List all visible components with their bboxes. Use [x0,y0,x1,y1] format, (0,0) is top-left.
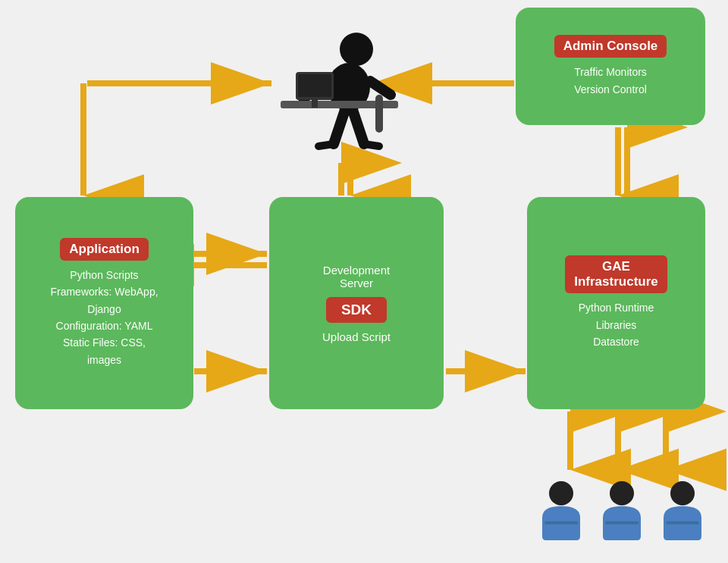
admin-console-details: Traffic MonitorsVersion Control [574,64,647,98]
svg-point-36 [610,481,634,505]
svg-line-26 [353,110,364,144]
gae-details: Python Runtime Libraries Datastore [579,299,654,350]
svg-line-28 [364,144,379,146]
sdk-label: SDK [326,297,387,323]
upload-script-text: Upload Script [322,330,391,343]
svg-rect-39 [666,521,699,524]
svg-rect-33 [375,95,383,133]
svg-line-24 [370,81,391,95]
admin-console-label: Admin Console [554,35,667,58]
gae-infrastructure-box: GAEInfrastructure Python Runtime Librari… [527,197,705,409]
svg-rect-32 [312,100,318,108]
svg-line-25 [334,110,345,144]
svg-line-27 [318,144,334,146]
gae-label: GAEInfrastructure [565,255,667,293]
sdk-box: DevelopmentServer SDK Upload Script [269,197,444,409]
application-label: Application [60,238,149,261]
user-figure-3 [660,480,705,548]
dev-server-text: DevelopmentServer [323,264,390,289]
svg-rect-31 [298,74,331,97]
svg-rect-37 [605,521,639,524]
admin-console-box: Admin Console Traffic MonitorsVersion Co… [516,8,705,125]
user-figure-1 [538,480,584,548]
svg-point-38 [670,481,695,505]
diagram-container: Admin Console Traffic MonitorsVersion Co… [0,0,728,563]
application-details: Python Scripts Frameworks: WebApp, Djang… [50,267,158,368]
person-at-desk-figure [265,23,417,174]
svg-point-21 [340,33,373,66]
users-row [538,480,705,548]
user-figure-2 [599,480,645,548]
svg-rect-35 [544,521,578,524]
application-box: Application Python Scripts Frameworks: W… [15,197,193,409]
svg-point-34 [549,481,573,505]
